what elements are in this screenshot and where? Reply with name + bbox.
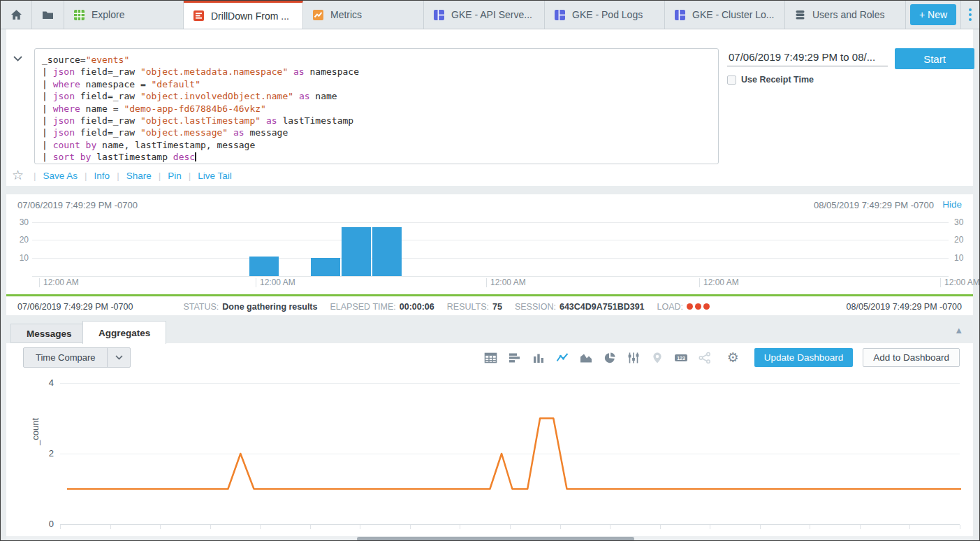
tab-gke-api-server[interactable]: GKE - API Serve... (424, 1, 545, 29)
home-icon (10, 9, 22, 21)
new-button[interactable]: + New (910, 4, 956, 25)
search-status-bar: 07/06/2019 7:49:29 PM -0700 STATUS:Done … (6, 298, 973, 315)
query-token: json (53, 115, 75, 126)
use-receipt-time-checkbox[interactable] (727, 75, 736, 85)
line-chart-icon[interactable] (555, 351, 569, 365)
tab-users-and-roles[interactable]: Users and Roles (785, 1, 906, 29)
histogram-x-tick-label: 12:00 AM (486, 278, 526, 287)
spacer (6, 186, 973, 194)
tab-gke-cluster-logs[interactable]: GKE - Cluster Lo... (665, 1, 785, 29)
time-compare-chevron-icon[interactable] (107, 348, 130, 367)
single-value-icon[interactable]: 123 (674, 351, 688, 365)
tab-metrics[interactable]: Metrics (303, 1, 424, 29)
query-token: | (42, 79, 53, 89)
histogram-x-axis: 12:00 AM12:00 AM12:00 AM12:00 AM12:00 AM (32, 277, 949, 288)
kebab-menu-icon (969, 8, 972, 21)
query-line: | count by name, lastTimestamp, message (42, 139, 711, 151)
query-line: | json field=_raw "object.metadata.names… (42, 66, 711, 78)
histogram-bar[interactable] (249, 257, 279, 276)
tab-home[interactable] (1, 1, 32, 29)
action-link-live-tail[interactable]: Live Tail (198, 171, 232, 181)
histogram-y-tick-left: 30 (13, 217, 29, 227)
action-link-share[interactable]: Share (126, 171, 152, 181)
query-token: | (42, 152, 53, 162)
query-token: | (42, 91, 53, 101)
new-button-area: + New (906, 1, 961, 29)
map-pin-icon[interactable] (650, 351, 664, 365)
search-query-editor[interactable]: _source="events"| json field=_raw "objec… (34, 48, 719, 164)
query-token: field=_raw (75, 66, 140, 77)
area-chart-icon[interactable] (579, 351, 593, 365)
histogram-x-tick-label: 12:00 AM (699, 278, 739, 287)
text-cursor (195, 152, 196, 161)
status-label: ELAPSED TIME: (330, 302, 395, 312)
tab-aggregates[interactable]: Aggregates (82, 321, 166, 344)
status-item-load: LOAD: (657, 302, 710, 312)
tab-drilldown[interactable]: DrillDown From ... (184, 1, 303, 29)
update-dashboard-button[interactable]: Update Dashboard (754, 348, 853, 367)
action-link-save-as[interactable]: Save As (43, 171, 78, 181)
status-label: RESULTS: (447, 302, 489, 312)
query-token: "default" (152, 79, 200, 89)
query-token: field=_raw (75, 115, 140, 126)
aggregates-body: Time Compare 123 ⚙ Update Dashboard Add … (6, 343, 973, 541)
tab-label: GKE - API Serve... (451, 9, 532, 20)
favorite-star-icon[interactable]: ☆ (12, 169, 24, 182)
table-icon[interactable] (484, 351, 498, 365)
action-link-pin[interactable]: Pin (168, 171, 182, 181)
query-token: | (42, 140, 53, 150)
pie-chart-icon[interactable] (603, 351, 617, 365)
box-plot-icon[interactable] (627, 351, 641, 365)
overflow-menu[interactable] (961, 1, 979, 29)
horizontal-scrollbar-thumb[interactable] (357, 537, 634, 541)
chart-type-toolbar: 123 ⚙ Update Dashboard Add to Dashboard (484, 347, 960, 368)
settings-gear-icon[interactable]: ⚙ (727, 351, 739, 364)
query-line: | json field=_raw "object.lastTimestamp"… (42, 115, 711, 127)
database-gray-icon (794, 9, 806, 21)
status-items: STATUS:Done gathering resultsELAPSED TIM… (183, 302, 710, 312)
add-to-dashboard-button[interactable]: Add to Dashboard (863, 348, 960, 367)
tab-label: GKE - Cluster Lo... (692, 9, 774, 20)
tab-explore[interactable]: Explore (64, 1, 184, 29)
search-panel: _source="events"| json field=_raw "objec… (6, 29, 973, 186)
query-token: name = (80, 103, 124, 114)
histogram-y-tick-right: 10 (954, 253, 970, 263)
tab-label: Metrics (330, 9, 362, 20)
collapse-panel-arrow-icon[interactable]: ▲ (954, 325, 963, 336)
query-collapse-chevron-icon[interactable] (13, 52, 27, 63)
time-compare-button[interactable]: Time Compare (23, 347, 131, 368)
status-label: SESSION: (515, 302, 556, 312)
start-search-button[interactable]: Start (895, 48, 974, 69)
bar-vertical-icon[interactable] (532, 351, 546, 365)
query-token: lastTimestamp (277, 115, 354, 126)
tab-messages-label: Messages (27, 329, 72, 339)
query-token: "object.lastTimestamp" (140, 115, 261, 126)
query-token: where (53, 103, 80, 114)
hide-histogram-link[interactable]: Hide (942, 199, 962, 210)
action-link-info[interactable]: Info (94, 171, 110, 181)
query-token: as (293, 66, 305, 77)
query-token: name (310, 91, 337, 101)
flow-diagram-icon[interactable] (698, 351, 712, 365)
histogram-bar[interactable] (372, 227, 402, 276)
histogram-x-tick-label: 12:00 AM (39, 278, 79, 287)
histogram-bar[interactable] (311, 258, 341, 276)
histogram-chart[interactable]: 101020203030 (32, 217, 949, 276)
status-value: 00:00:06 (400, 302, 434, 312)
folder-icon (42, 9, 54, 21)
spacer (6, 315, 973, 321)
time-range-input[interactable]: 07/06/2019 7:49:29 PM to 08/... (727, 50, 888, 66)
query-token: "demo-app-fd67884b6-46vkz" (124, 103, 266, 114)
tab-messages[interactable]: Messages (10, 324, 88, 343)
search-actions-row: ☆ |Save As|Info|Share|Pin|Live Tail (12, 169, 232, 182)
query-token: | (42, 103, 53, 114)
query-line: | json field=_raw "object.involvedObject… (42, 90, 711, 102)
tab-folder[interactable] (32, 1, 64, 29)
link-separator: | (78, 171, 94, 181)
aggregates-y-axis-label: _count (30, 418, 41, 445)
histogram-bar[interactable] (342, 227, 372, 276)
tab-gke-pod-logs[interactable]: GKE - Pod Logs (545, 1, 665, 29)
chart-orange-icon (312, 9, 324, 21)
bar-horizontal-icon[interactable] (508, 351, 522, 365)
horizontal-scrollbar-track[interactable] (6, 536, 973, 541)
